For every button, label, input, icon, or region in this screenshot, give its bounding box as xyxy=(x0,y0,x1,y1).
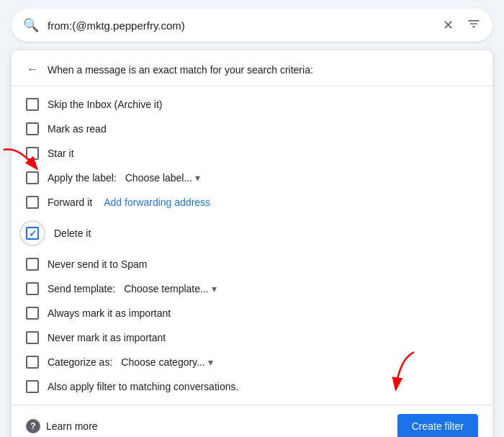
checkbox-also-apply[interactable] xyxy=(26,380,39,393)
search-query: from:(@mktg.pepperfry.com) xyxy=(48,19,430,32)
checkbox-delete-it-inner[interactable] xyxy=(26,227,39,240)
option-never-important[interactable]: Never mark it as important xyxy=(12,325,492,350)
filter-dialog: ← When a message is an exact match for y… xyxy=(12,50,492,437)
label-delete-it: Delete it xyxy=(54,227,91,239)
apply-label-dropdown[interactable]: Choose label... ▾ xyxy=(125,172,200,184)
help-icon[interactable]: ? xyxy=(26,419,40,433)
label-always-important: Always mark it as important xyxy=(48,307,171,319)
option-send-template[interactable]: Send template: Choose template... ▾ xyxy=(12,276,492,301)
apply-label-dropdown-text: Choose label... xyxy=(125,172,192,184)
option-skip-inbox[interactable]: Skip the Inbox (Archive it) xyxy=(12,92,492,117)
label-star-it: Star it xyxy=(48,148,74,159)
add-forwarding-address-link[interactable]: Add forwarding address xyxy=(104,197,210,208)
checkbox-categorize[interactable] xyxy=(26,356,39,369)
option-delete-it[interactable]: Delete it xyxy=(12,215,492,252)
send-template-dropdown[interactable]: Choose template... ▾ xyxy=(124,283,217,294)
option-star-it[interactable]: Star it xyxy=(12,141,492,166)
search-tune-button[interactable] xyxy=(467,17,481,35)
categorize-dropdown-arrow[interactable]: ▾ xyxy=(208,356,213,368)
back-button[interactable]: ← xyxy=(26,62,39,77)
checkbox-send-template[interactable] xyxy=(26,282,39,295)
dialog-footer: ? Learn more Create filter xyxy=(12,405,492,437)
label-skip-inbox: Skip the Inbox (Archive it) xyxy=(48,99,163,110)
label-send-template: Send template: xyxy=(48,283,115,294)
option-categorize[interactable]: Categorize as: Choose category... ▾ xyxy=(12,350,492,374)
option-never-spam[interactable]: Never send it to Spam xyxy=(12,252,492,276)
send-template-dropdown-arrow[interactable]: ▾ xyxy=(212,283,217,294)
dialog-title: When a message is an exact match for you… xyxy=(48,64,313,76)
option-mark-read[interactable]: Mark as read xyxy=(12,117,492,141)
label-never-important: Never mark it as important xyxy=(48,332,166,343)
categorize-dropdown[interactable]: Choose category... ▾ xyxy=(121,356,212,368)
label-apply-label: Apply the label: xyxy=(48,172,117,184)
label-categorize: Categorize as: xyxy=(48,356,112,368)
label-forward-it: Forward it xyxy=(48,197,92,208)
label-also-apply: Also apply filter to matching conversati… xyxy=(48,381,238,392)
label-mark-read: Mark as read xyxy=(48,123,107,135)
search-bar[interactable]: 🔍 from:(@mktg.pepperfry.com) ✕ xyxy=(12,9,492,42)
checkbox-always-important[interactable] xyxy=(26,307,39,320)
options-list: Skip the Inbox (Archive it) Mark as read… xyxy=(12,86,492,405)
send-template-dropdown-text: Choose template... xyxy=(124,283,209,294)
checkbox-never-important[interactable] xyxy=(26,331,39,344)
search-close-button[interactable]: ✕ xyxy=(438,16,458,35)
checkbox-mark-read[interactable] xyxy=(26,122,39,135)
option-always-important[interactable]: Always mark it as important xyxy=(12,301,492,325)
checkbox-forward-it[interactable] xyxy=(26,196,39,209)
apply-label-dropdown-arrow[interactable]: ▾ xyxy=(195,172,200,184)
option-apply-label[interactable]: Apply the label: Choose label... ▾ xyxy=(12,166,492,190)
search-icon: 🔍 xyxy=(23,17,39,33)
checkbox-apply-label[interactable] xyxy=(26,171,39,184)
create-filter-button[interactable]: Create filter xyxy=(397,414,478,437)
option-also-apply[interactable]: Also apply filter to matching conversati… xyxy=(12,374,492,399)
option-forward-it[interactable]: Forward it Add forwarding address xyxy=(12,190,492,215)
label-never-spam: Never send it to Spam xyxy=(48,258,148,270)
dialog-header: ← When a message is an exact match for y… xyxy=(12,50,492,86)
checkbox-star-it[interactable] xyxy=(26,147,39,160)
checkbox-circle-delete-it[interactable] xyxy=(19,220,45,246)
learn-more-link[interactable]: Learn more xyxy=(46,420,98,432)
checkbox-never-spam[interactable] xyxy=(26,258,39,271)
checkbox-skip-inbox[interactable] xyxy=(26,98,39,111)
learn-more-wrap: ? Learn more xyxy=(26,419,98,433)
categorize-dropdown-text: Choose category... xyxy=(121,356,204,368)
